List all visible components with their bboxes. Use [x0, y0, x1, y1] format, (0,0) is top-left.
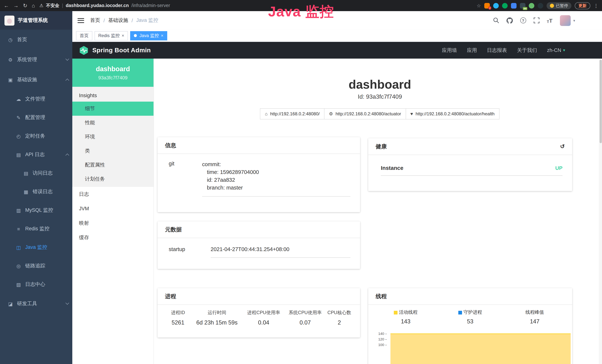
user-menu[interactable]: ▾ [560, 15, 575, 26]
sba-item-mappings[interactable]: 映射 [72, 216, 153, 230]
smiley-icon [550, 3, 554, 8]
tag-label: Redis 监控 [98, 32, 120, 39]
forward-icon[interactable]: → [13, 3, 19, 9]
help-icon[interactable]: ? [520, 17, 526, 23]
health-card-title: 健康 [376, 143, 387, 150]
metadata-card: 元数据 startup 2021-04-27T00:44:31.254+08:0… [158, 221, 360, 269]
health-url-button[interactable]: ♥ http://192.168.0.2:48080/actuator/heal… [406, 108, 499, 119]
sba-nav-about[interactable]: 关于我们 [517, 47, 537, 54]
extension-icon-spider[interactable] [538, 3, 543, 8]
extension-icon-grid[interactable] [511, 3, 516, 8]
sidebar-item-error-log[interactable]: ▦ 错误日志 [0, 182, 72, 201]
sidebar-item-label: 系统管理 [17, 56, 37, 63]
sba-item-config-props[interactable]: 配置属性 [72, 158, 153, 172]
extension-icon-v[interactable] [502, 3, 508, 8]
paused-label: 已暂停 [556, 3, 568, 8]
extension-icon-switch[interactable]: on [520, 3, 526, 8]
service-url: http://192.168.0.2:48080/ [270, 111, 320, 117]
sba-nav-journal[interactable]: 日志报表 [487, 47, 507, 54]
chevron-down-icon [65, 57, 69, 60]
tag-home[interactable]: 首页 [76, 31, 92, 40]
search-icon[interactable] [493, 17, 499, 23]
sidebar-item-devtools[interactable]: ◪ 研发工具 [0, 294, 72, 314]
reload-icon[interactable]: ↻ [23, 3, 27, 9]
sba-item-classes[interactable]: 类 [72, 144, 153, 158]
sidebar-item-label: 文件管理 [25, 96, 45, 102]
sidebar-item-home[interactable]: ◷ 首页 [0, 30, 72, 50]
history-icon[interactable]: ↺ [560, 143, 565, 150]
sidebar-item-log-center[interactable]: ▧ 日志中心 [0, 275, 72, 294]
sba-item-metrics[interactable]: 性能 [72, 116, 153, 130]
sidebar-item-infra[interactable]: ▣ 基础设施 [0, 70, 72, 90]
metadata-card-title: 元数据 [158, 221, 360, 238]
sba-item-jvm[interactable]: JVM [72, 201, 153, 216]
process-card: 进程 进程ID5261 运行时间6d 23h 15m 59s 进程CPU使用率0… [158, 288, 360, 337]
scrollbar-track [599, 59, 602, 364]
update-button[interactable]: 更新 [575, 2, 590, 9]
sidebar-item-jobs[interactable]: ◴ 定时任务 [0, 127, 72, 145]
sidebar-item-trace[interactable]: ◎ 链路追踪 [0, 257, 72, 275]
address-bar[interactable]: ⚠ 不安全 | dashboard.yudao.iocoder.cn/infra… [39, 2, 472, 9]
home-icon[interactable]: ⌂ [32, 3, 35, 9]
legend-value: 147 [530, 318, 539, 325]
back-icon[interactable]: ← [4, 3, 9, 9]
sba-item-environment[interactable]: 环境 [72, 130, 153, 144]
sidebar-item-system[interactable]: ⚙ 系统管理 [0, 50, 72, 70]
y-tick: 100 [374, 343, 387, 347]
sba-item-scheduled-tasks[interactable]: 计划任务 [72, 172, 153, 186]
sidebar-item-files[interactable]: ☁ 文件管理 [0, 90, 72, 108]
sba-item-logs[interactable]: 日志 [72, 187, 153, 201]
app-title: 芋道管理系统 [18, 17, 48, 24]
service-url-button[interactable]: ⌂ http://192.168.0.2:48080/ [260, 108, 324, 119]
extension-icon-lion[interactable]: 1 [484, 3, 490, 8]
on-badge: on [523, 7, 527, 10]
sidebar-item-label: 首页 [17, 36, 27, 43]
sba-item-details[interactable]: 细节 [72, 102, 153, 116]
sidebar-item-config[interactable]: ✎ 配置管理 [0, 108, 72, 127]
cell-value: 2 [326, 319, 353, 326]
app-logo[interactable]: 芋道管理系统 [0, 11, 72, 30]
sidebar-item-api-log[interactable]: ▤ API 日志 [0, 145, 72, 164]
status-badge: UP [555, 165, 562, 171]
font-size-icon[interactable]: TT [547, 17, 552, 23]
instance-name: dashboard [96, 65, 130, 73]
hamburger-icon[interactable] [77, 18, 84, 23]
sba-brand[interactable]: Spring Boot Admin [79, 45, 151, 55]
sidebar-item-label: 基础设施 [17, 76, 37, 83]
column-header: 进程CPU使用率 [243, 310, 284, 316]
sidebar-item-redis[interactable]: ≡ Redis 监控 [0, 220, 72, 238]
sba-nav-applications[interactable]: 应用 [467, 47, 477, 54]
sidebar-item-label: 链路追踪 [25, 263, 45, 269]
sidebar-item-label: API 日志 [25, 151, 45, 158]
scrollbar-thumb[interactable] [599, 60, 602, 143]
bookmark-star-icon[interactable]: ☆ [477, 3, 481, 8]
chevron-up-icon [65, 153, 69, 157]
instance-header[interactable]: dashboard 93a3fc7f7409 [72, 59, 153, 87]
github-icon[interactable] [506, 17, 513, 23]
error-log-icon: ▦ [23, 189, 29, 194]
extension-icon-leaf[interactable] [529, 3, 534, 8]
sba-nav-wallboard[interactable]: 应用墙 [442, 47, 457, 54]
extension-icon-drop[interactable] [493, 3, 499, 8]
sba-item-caches[interactable]: 缓存 [72, 230, 153, 245]
fullscreen-icon[interactable] [533, 17, 539, 23]
avatar [560, 15, 571, 26]
tag-java-monitor[interactable]: Java 监控× [130, 31, 167, 40]
breadcrumb-infra[interactable]: 基础设施 [108, 17, 128, 24]
sidebar-item-java-monitor[interactable]: ◫ Java 监控 [0, 238, 72, 257]
infrastructure-icon: ▣ [7, 77, 13, 83]
column-header: 系统CPU使用率 [284, 310, 326, 316]
close-icon[interactable]: × [122, 33, 124, 38]
close-icon[interactable]: × [161, 33, 163, 38]
tag-redis-monitor[interactable]: Redis 监控× [95, 31, 128, 40]
metadata-key: startup [169, 246, 211, 258]
locale-select[interactable]: zh-CN ▾ [547, 47, 565, 53]
sidebar-item-access-log[interactable]: ▤ 访问日志 [0, 164, 72, 182]
url-path: /infra/admin-server [131, 3, 170, 8]
info-card: 信息 git commit: time: 1596289704000 id: 2… [158, 137, 360, 212]
sidebar-item-mysql[interactable]: ▥ MySQL 监控 [0, 201, 72, 220]
browser-menu-icon[interactable]: ⋮ [594, 3, 599, 8]
paused-badge[interactable]: 已暂停 [547, 2, 571, 9]
actuator-url-button[interactable]: ⚙ http://192.168.0.2:48080/actuator [324, 108, 406, 119]
breadcrumb-home[interactable]: 首页 [90, 17, 100, 24]
